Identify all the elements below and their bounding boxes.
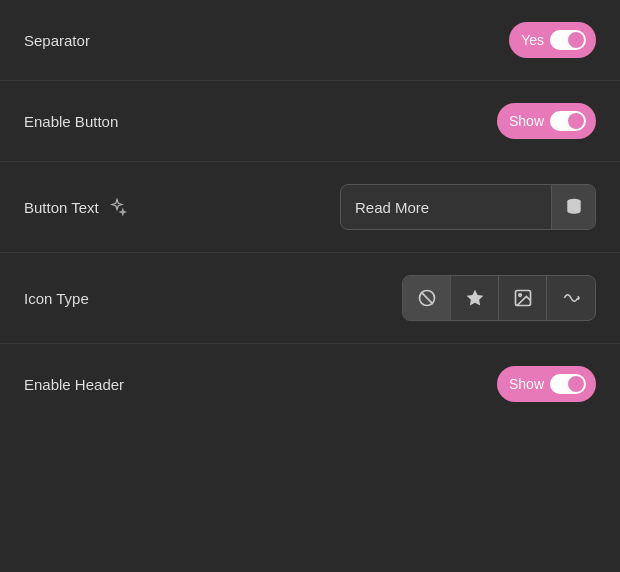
button-text-input-group: [340, 184, 596, 230]
svg-marker-3: [466, 290, 483, 306]
enable-header-toggle-label: Show: [509, 376, 544, 392]
database-icon-button[interactable]: [551, 185, 595, 229]
settings-panel: Separator Yes Enable Button Show Button …: [0, 0, 620, 424]
enable-header-label: Enable Header: [24, 376, 124, 393]
icon-type-image-button[interactable]: [499, 276, 547, 320]
separator-toggle-label: Yes: [521, 32, 544, 48]
enable-header-toggle-track[interactable]: [550, 374, 586, 394]
button-text-label: Button Text: [24, 197, 127, 217]
enable-button-row: Enable Button Show: [0, 81, 620, 162]
icon-type-group: [402, 275, 596, 321]
separator-toggle-thumb: [568, 32, 584, 48]
button-text-input[interactable]: [341, 189, 551, 226]
icon-type-row: Icon Type: [0, 253, 620, 344]
separator-row: Separator Yes: [0, 0, 620, 81]
enable-header-toggle[interactable]: Show: [497, 366, 596, 402]
icon-type-label: Icon Type: [24, 290, 89, 307]
enable-button-toggle-label: Show: [509, 113, 544, 129]
enable-button-toggle-track[interactable]: [550, 111, 586, 131]
svg-point-5: [518, 294, 521, 297]
icon-type-star-button[interactable]: [451, 276, 499, 320]
enable-header-toggle-thumb: [568, 376, 584, 392]
svg-line-2: [421, 292, 433, 304]
enable-button-toggle[interactable]: Show: [497, 103, 596, 139]
button-text-row: Button Text: [0, 162, 620, 253]
enable-button-toggle-thumb: [568, 113, 584, 129]
separator-toggle-track[interactable]: [550, 30, 586, 50]
separator-label: Separator: [24, 32, 90, 49]
icon-type-custom-button[interactable]: [547, 276, 595, 320]
ai-sparkle-icon: [107, 197, 127, 217]
icon-type-none-button[interactable]: [403, 276, 451, 320]
separator-toggle[interactable]: Yes: [509, 22, 596, 58]
enable-button-label: Enable Button: [24, 113, 118, 130]
enable-header-row: Enable Header Show: [0, 344, 620, 424]
